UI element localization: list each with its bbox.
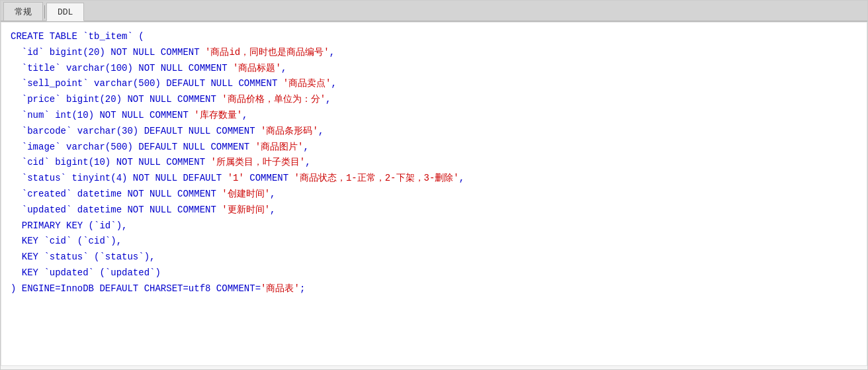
table-row: `sell_point` varchar(500) DEFAULT NULL C… bbox=[11, 76, 857, 92]
table-row: CREATE TABLE `tb_item` ( bbox=[11, 29, 857, 45]
main-window: 常规 DDL CREATE TABLE `tb_item` ( `id` big… bbox=[0, 0, 868, 370]
table-row: `image` varchar(500) DEFAULT NULL COMMEN… bbox=[11, 140, 857, 156]
table-row: `barcode` varchar(30) DEFAULT NULL COMME… bbox=[11, 124, 857, 140]
table-row: PRIMARY KEY (`id`), bbox=[11, 218, 857, 234]
code-display: CREATE TABLE `tb_item` ( `id` bigint(20)… bbox=[11, 29, 857, 297]
tab-separator bbox=[44, 5, 45, 19]
table-row: `price` bigint(20) NOT NULL COMMENT '商品价… bbox=[11, 92, 857, 108]
table-row: `title` varchar(100) NOT NULL COMMENT '商… bbox=[11, 61, 857, 77]
table-row: KEY `cid` (`cid`), bbox=[11, 234, 857, 250]
tab-ddl[interactable]: DDL bbox=[46, 3, 84, 21]
tab-bar: 常规 DDL bbox=[1, 1, 867, 22]
table-row: ) ENGINE=InnoDB DEFAULT CHARSET=utf8 COM… bbox=[11, 281, 857, 297]
table-row: `created` datetime NOT NULL COMMENT '创建时… bbox=[11, 187, 857, 203]
table-row: `num` int(10) NOT NULL COMMENT '库存数量', bbox=[11, 108, 857, 124]
table-row: KEY `status` (`status`), bbox=[11, 250, 857, 265]
table-row: `id` bigint(20) NOT NULL COMMENT '商品id，同… bbox=[11, 45, 857, 61]
code-content: CREATE TABLE `tb_item` ( `id` bigint(20)… bbox=[1, 22, 867, 366]
table-row: `cid` bigint(10) NOT NULL COMMENT '所属类目，… bbox=[11, 155, 857, 171]
tab-general[interactable]: 常规 bbox=[3, 2, 43, 21]
table-row: `status` tinyint(4) NOT NULL DEFAULT '1'… bbox=[11, 171, 857, 187]
table-row: `updated` datetime NOT NULL COMMENT '更新时… bbox=[11, 203, 857, 218]
table-row: KEY `updated` (`updated`) bbox=[11, 265, 857, 281]
